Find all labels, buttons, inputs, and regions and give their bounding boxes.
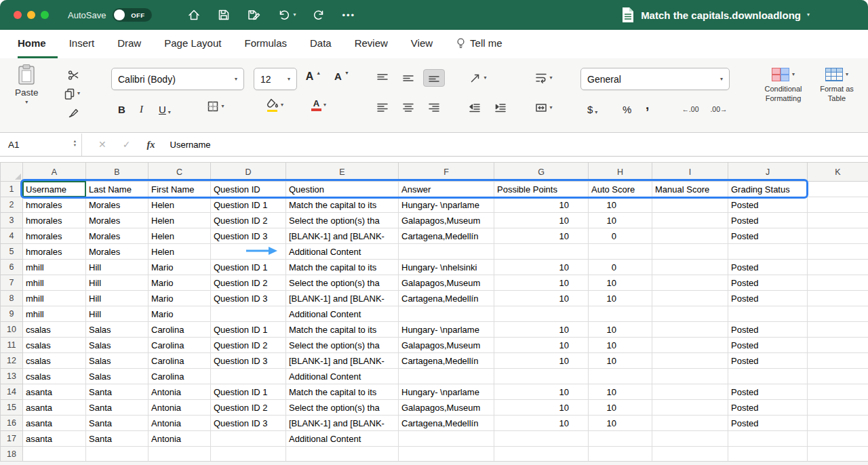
col-header-I[interactable]: I [652,163,728,182]
cell-J11[interactable]: Posted [728,338,808,353]
cell-G12[interactable]: 10 [494,353,589,369]
cell-G13[interactable] [494,369,589,384]
cell-C15[interactable]: Antonia [149,400,211,416]
cell-C17[interactable]: Antonia [149,431,211,447]
cell-K6[interactable] [808,260,868,275]
cell-A1[interactable]: Username [23,182,86,197]
cell-J15[interactable]: Posted [728,400,808,416]
cell-C11[interactable]: Carolina [149,338,211,353]
cell-G10[interactable]: 10 [494,322,589,338]
cell-D1[interactable]: Question ID [211,182,286,197]
cell-H5[interactable] [589,244,652,260]
cell-D14[interactable]: Question ID 1 [211,384,286,400]
cell-I17[interactable] [652,431,728,447]
row-header-9[interactable]: 9 [1,306,23,322]
merge-center-button[interactable] [529,99,559,117]
col-header-H[interactable]: H [589,163,652,182]
cell-K9[interactable] [808,306,868,322]
increase-decimal-button[interactable]: ←.00 [678,100,703,118]
cell-B2[interactable]: Morales [86,197,149,213]
cell-G18[interactable] [494,447,589,462]
cell-I13[interactable] [652,369,728,384]
cut-button[interactable] [62,66,84,84]
cell-J8[interactable]: Posted [728,291,808,306]
cell-H18[interactable] [589,447,652,462]
cell-K12[interactable] [808,353,868,369]
align-top-button[interactable] [372,69,393,87]
cell-G7[interactable]: 10 [494,275,589,291]
cell-K14[interactable] [808,384,868,400]
cell-F14[interactable]: Hungary- \nparlame [399,384,494,400]
align-bottom-button[interactable] [423,69,445,87]
col-header-E[interactable]: E [286,163,399,182]
col-header-G[interactable]: G [494,163,589,182]
cell-H10[interactable]: 10 [589,322,652,338]
tab-draw[interactable]: Draw [106,30,153,58]
cell-B17[interactable]: Santa [86,431,149,447]
cell-B5[interactable]: Morales [86,244,149,260]
borders-button[interactable] [202,98,229,115]
tab-formulas[interactable]: Formulas [233,30,298,58]
cancel-button[interactable]: ✕ [98,139,106,150]
cell-E4[interactable]: [BLANK-1] and [BLANK- [286,228,399,244]
cell-C9[interactable]: Mario [149,306,211,322]
cell-F2[interactable]: Hungary- \nparlame [399,197,494,213]
cell-A9[interactable]: mhill [23,306,86,322]
row-header-17[interactable]: 17 [1,431,23,447]
decrease-decimal-button[interactable]: .00→ [707,100,731,118]
cell-C1[interactable]: First Name [149,182,211,197]
cell-K4[interactable] [808,228,868,244]
cell-D16[interactable]: Question ID 3 [211,416,286,431]
cell-G16[interactable]: 10 [494,416,589,431]
cell-K17[interactable] [808,431,868,447]
cell-A14[interactable]: asanta [23,384,86,400]
row-header-8[interactable]: 8 [1,291,23,306]
cell-G5[interactable] [494,244,589,260]
cell-C3[interactable]: Helen [149,213,211,228]
cell-D11[interactable]: Question ID 2 [211,338,286,353]
cell-D6[interactable]: Question ID 1 [211,260,286,275]
cell-G2[interactable]: 10 [494,197,589,213]
cell-F6[interactable]: Hungary- \nhelsinki [399,260,494,275]
cell-I11[interactable] [652,338,728,353]
font-name-select[interactable]: Calibri (Body) [111,68,244,90]
cell-E7[interactable]: Select the option(s) tha [286,275,399,291]
shrink-font-button[interactable]: A▼ [331,70,353,88]
format-as-table-button[interactable]: Format as Table [815,68,859,104]
tab-home[interactable]: Home [18,30,58,58]
cell-J6[interactable]: Posted [728,260,808,275]
cell-C6[interactable]: Mario [149,260,211,275]
cell-F12[interactable]: Cartagena,Medellín [399,353,494,369]
cell-I7[interactable] [652,275,728,291]
copy-button[interactable] [61,85,83,102]
cell-K16[interactable] [808,416,868,431]
cell-J2[interactable]: Posted [728,197,808,213]
cell-H11[interactable]: 10 [589,338,652,353]
cell-D13[interactable] [211,369,286,384]
name-box-spinner[interactable] [74,139,76,147]
cell-F11[interactable]: Galapagos,Museum [399,338,494,353]
cell-G11[interactable]: 10 [494,338,589,353]
cell-I5[interactable] [652,244,728,260]
cell-B1[interactable]: Last Name [86,182,149,197]
cell-G8[interactable]: 10 [494,291,589,306]
name-box[interactable]: A1 [0,133,81,156]
cell-K10[interactable] [808,322,868,338]
cell-H15[interactable]: 10 [589,400,652,416]
cell-E9[interactable]: Additional Content [286,306,399,322]
row-header-18[interactable]: 18 [1,447,23,462]
cell-F10[interactable]: Hungary- \nparlame [399,322,494,338]
grow-font-button[interactable]: A▲ [302,70,324,88]
cell-A3[interactable]: hmorales [23,213,86,228]
cell-J5[interactable] [728,244,808,260]
cell-C8[interactable]: Mario [149,291,211,306]
cell-F15[interactable]: Galapagos,Museum [399,400,494,416]
cell-B16[interactable]: Santa [86,416,149,431]
format-painter-button[interactable] [62,103,84,121]
cell-G4[interactable]: 10 [494,228,589,244]
cell-I16[interactable] [652,416,728,431]
cell-A4[interactable]: hmorales [23,228,86,244]
cell-G1[interactable]: Possible Points [494,182,589,197]
cell-G14[interactable]: 10 [494,384,589,400]
cell-G6[interactable]: 10 [494,260,589,275]
